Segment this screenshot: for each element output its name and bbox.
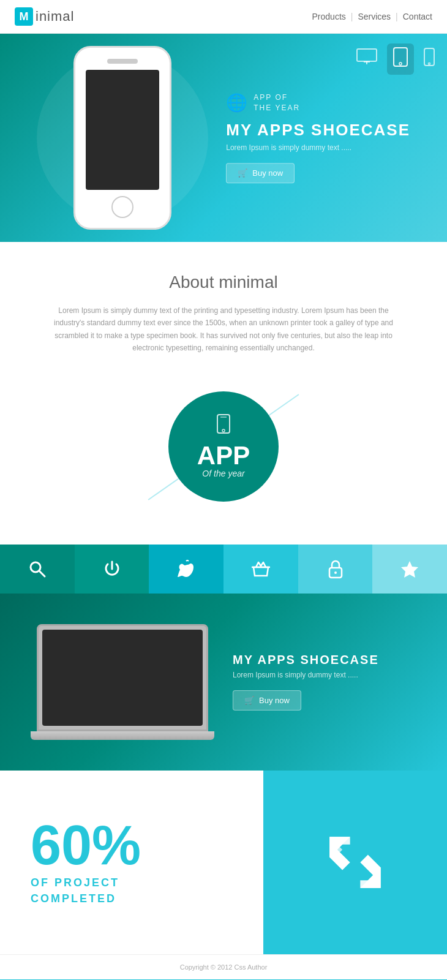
device-icons bbox=[356, 43, 435, 75]
laptop-mockup bbox=[37, 624, 208, 740]
logo-name: inimal bbox=[36, 9, 74, 24]
laptop-title: MY APPS SHOECASE bbox=[233, 653, 379, 667]
icons-bar bbox=[0, 545, 447, 594]
nav-divider-1: | bbox=[351, 12, 353, 21]
laptop-subtitle: Lorem Ipsum is simply dummy text ..... bbox=[233, 671, 379, 679]
copyright: Copyright © 2012 Css Author bbox=[180, 963, 268, 971]
icon-power[interactable] bbox=[75, 545, 149, 594]
hero-section: 🌐 APP OF THE YEAR MY APPS SHOECASE Lorem… bbox=[0, 34, 447, 242]
hero-buy-label: Buy now bbox=[252, 168, 283, 178]
icon-star[interactable] bbox=[372, 545, 447, 594]
hero-subtitle: Lorem Ipsum is simply dummy text ..... bbox=[226, 143, 410, 152]
icon-lock[interactable] bbox=[298, 545, 373, 594]
badge-phone-icon bbox=[214, 414, 233, 438]
svg-marker-15 bbox=[401, 561, 418, 578]
laptop-screen-inner bbox=[42, 630, 203, 726]
stats-right bbox=[263, 771, 447, 954]
about-section: About minimal Lorem Ipsum is simply dumm… bbox=[0, 242, 447, 545]
svg-point-14 bbox=[334, 571, 337, 574]
svg-line-11 bbox=[39, 571, 45, 576]
about-title: About minimal bbox=[49, 273, 398, 292]
phone-screen bbox=[86, 70, 159, 190]
hero-app-label: 🌐 APP OF THE YEAR bbox=[226, 92, 410, 113]
about-body: Lorem Ipsum is simply dummy text of the … bbox=[52, 304, 395, 355]
icon-search[interactable] bbox=[0, 545, 75, 594]
stats-label: OF PROJECT COMPLETED bbox=[31, 875, 233, 906]
cart-icon: 🛒 bbox=[238, 168, 247, 178]
navigation: Products | Services | Contact bbox=[312, 12, 432, 21]
phone-icon-nav bbox=[424, 48, 435, 70]
badge-circle: APP Of the year bbox=[168, 391, 279, 502]
svg-rect-0 bbox=[357, 49, 377, 61]
laptop-buy-label: Buy now bbox=[259, 696, 290, 705]
laptop-screen-outer bbox=[37, 624, 208, 731]
icon-basket[interactable] bbox=[224, 545, 298, 594]
laptop-section: MY APPS SHOECASE Lorem Ipsum is simply d… bbox=[0, 594, 447, 771]
laptop-buy-button[interactable]: 🛒 Buy now bbox=[233, 690, 301, 710]
svg-point-4 bbox=[399, 62, 402, 65]
arrows-icon bbox=[325, 832, 386, 893]
phone-mockup bbox=[73, 46, 171, 230]
laptop-base bbox=[31, 731, 214, 740]
hero-title: MY APPS SHOECASE bbox=[226, 121, 410, 140]
app-of-year-text: APP OF THE YEAR bbox=[254, 92, 300, 113]
badge-of-year: Of the year bbox=[202, 469, 244, 478]
globe-icon: 🌐 bbox=[226, 93, 247, 113]
tablet-icon bbox=[387, 43, 414, 75]
stats-percent: 60% bbox=[31, 818, 233, 873]
laptop-cart-icon: 🛒 bbox=[244, 696, 254, 705]
svg-rect-3 bbox=[394, 48, 407, 66]
nav-products[interactable]: Products bbox=[312, 12, 346, 21]
header: M inimal Products | Services | Contact bbox=[0, 0, 447, 34]
footer: Copyright © 2012 Css Author bbox=[0, 954, 447, 979]
laptop-content: MY APPS SHOECASE Lorem Ipsum is simply d… bbox=[233, 653, 379, 710]
monitor-icon bbox=[356, 48, 377, 70]
stats-left: 60% OF PROJECT COMPLETED bbox=[0, 771, 263, 954]
stats-section: 60% OF PROJECT COMPLETED bbox=[0, 771, 447, 954]
svg-point-8 bbox=[222, 429, 225, 432]
logo: M inimal bbox=[15, 7, 74, 26]
nav-services[interactable]: Services bbox=[358, 12, 391, 21]
logo-icon: M bbox=[15, 7, 33, 26]
nav-contact[interactable]: Contact bbox=[403, 12, 432, 21]
hero-content: 🌐 APP OF THE YEAR MY APPS SHOECASE Lorem… bbox=[226, 92, 410, 183]
nav-divider-2: | bbox=[396, 12, 398, 21]
hero-buy-button[interactable]: 🛒 Buy now bbox=[226, 163, 295, 183]
phone-speaker bbox=[107, 59, 138, 64]
svg-point-6 bbox=[429, 63, 430, 65]
app-year-badge: APP Of the year bbox=[156, 379, 291, 514]
phone-home-button bbox=[111, 196, 133, 218]
icon-apple[interactable] bbox=[149, 545, 224, 594]
badge-app-text: APP bbox=[197, 443, 250, 469]
